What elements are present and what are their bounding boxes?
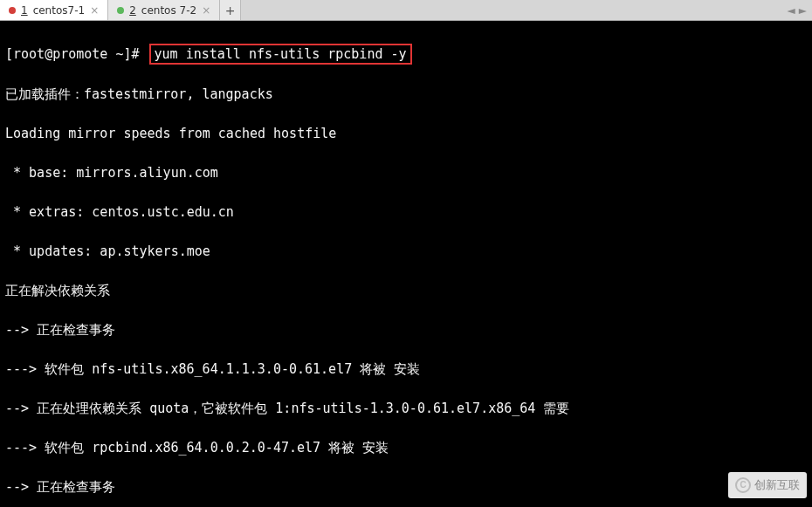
terminal-output[interactable]: [root@promote ~]# yum install nfs-utils … bbox=[0, 21, 812, 507]
close-icon[interactable]: × bbox=[202, 4, 210, 17]
output-line: * updates: ap.stykers.moe bbox=[5, 242, 807, 262]
new-tab-button[interactable]: + bbox=[220, 0, 241, 20]
highlighted-command: yum install nfs-utils rpcbind -y bbox=[149, 44, 412, 65]
output-line: * extras: centos.ustc.edu.cn bbox=[5, 202, 807, 223]
output-line: 已加载插件：fastestmirror, langpacks bbox=[5, 85, 807, 105]
output-line: --> 正在检查事务 bbox=[5, 477, 807, 497]
output-line: ---> 软件包 nfs-utils.x86_64.1.1.3.0-0.61.e… bbox=[5, 360, 807, 380]
output-line: 正在解决依赖关系 bbox=[5, 281, 807, 301]
output-line: --> 正在处理依赖关系 quota，它被软件包 1:nfs-utils-1.3… bbox=[5, 399, 807, 419]
watermark-logo-icon: C bbox=[735, 477, 751, 493]
tab-label: centos7-1 bbox=[33, 4, 85, 17]
output-line: * base: mirrors.aliyun.com bbox=[5, 163, 807, 183]
tab-number: 1 bbox=[21, 4, 28, 17]
watermark: C 创新互联 bbox=[728, 472, 807, 499]
tab-nav: ◄ ► bbox=[782, 0, 812, 20]
shell-prompt: [root@promote ~]# bbox=[5, 45, 148, 65]
close-icon[interactable]: × bbox=[90, 4, 99, 17]
tab-number: 2 bbox=[129, 4, 136, 17]
output-line: Loading mirror speeds from cached hostfi… bbox=[5, 124, 807, 144]
status-dot-icon bbox=[117, 7, 124, 14]
tab-centos7-2[interactable]: 2 centos 7-2 × bbox=[108, 0, 220, 20]
tab-bar: 1 centos7-1 × 2 centos 7-2 × + ◄ ► bbox=[0, 0, 812, 21]
prev-tab-icon[interactable]: ◄ bbox=[788, 4, 795, 17]
tab-centos7-1[interactable]: 1 centos7-1 × bbox=[0, 0, 108, 20]
output-line: --> 正在检查事务 bbox=[5, 320, 807, 340]
status-dot-icon bbox=[9, 7, 16, 14]
tab-label: centos 7-2 bbox=[141, 4, 196, 17]
output-line: ---> 软件包 rpcbind.x86_64.0.0.2.0-47.el7 将… bbox=[5, 438, 807, 458]
next-tab-icon[interactable]: ► bbox=[799, 4, 807, 17]
watermark-text: 创新互联 bbox=[754, 476, 800, 496]
